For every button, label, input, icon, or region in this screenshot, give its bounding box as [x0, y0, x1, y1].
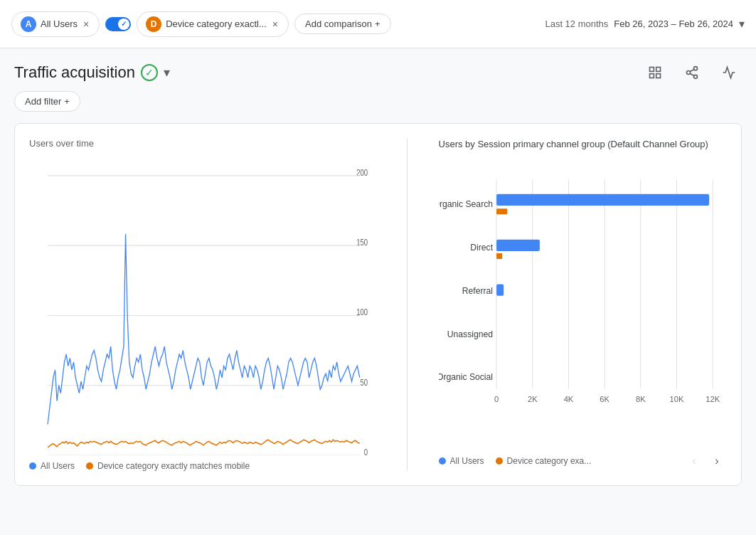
svg-rect-50 — [496, 285, 504, 296]
title-dropdown-icon[interactable]: ▾ — [164, 65, 170, 80]
svg-line-8 — [690, 69, 694, 71]
legend-item-device: Device category exactly matches mobile — [86, 461, 250, 471]
comparison-toggle[interactable]: ✓ — [105, 17, 131, 31]
svg-text:10K: 10K — [669, 395, 683, 403]
right-legend-dot-blue — [439, 457, 446, 465]
close-segment-device[interactable]: × — [271, 17, 279, 31]
checkmark-icon: ✓ — [121, 20, 127, 28]
close-segment-all-users[interactable]: × — [82, 17, 90, 31]
svg-text:50: 50 — [361, 378, 368, 387]
svg-text:6K: 6K — [600, 395, 609, 403]
svg-line-7 — [690, 73, 694, 75]
chart-type-icon[interactable] — [642, 60, 668, 85]
chevron-down-icon: ▾ — [739, 17, 745, 31]
prev-arrow-button[interactable]: ‹ — [684, 451, 704, 471]
svg-text:Organic Search: Organic Search — [439, 199, 493, 209]
segment-chip-all-users[interactable]: A All Users × — [11, 11, 100, 37]
svg-rect-2 — [650, 74, 654, 78]
svg-point-5 — [687, 71, 691, 75]
svg-text:12K: 12K — [706, 395, 720, 403]
segment-label-device: Device category exactl... — [166, 18, 267, 29]
toggle-knob: ✓ — [118, 18, 129, 30]
share-icon[interactable] — [679, 60, 705, 85]
add-filter-button[interactable]: Add filter + — [14, 91, 80, 112]
right-legend-item-device: Device category exa... — [496, 456, 592, 466]
next-arrow-button[interactable]: › — [707, 451, 727, 471]
charts-container: Users over time 0 50 100 150 200 — [14, 123, 742, 486]
main-content: Traffic acquisition ✓ ▾ — [0, 48, 756, 497]
line-chart-area: 0 50 100 150 200 01 Apr 01 Jul — [29, 160, 376, 455]
svg-text:Direct: Direct — [470, 243, 493, 253]
avatar-device: D — [146, 16, 161, 32]
svg-text:4K: 4K — [563, 395, 573, 403]
svg-point-4 — [694, 67, 698, 70]
chart-divider — [407, 138, 408, 471]
segment-label-all-users: All Users — [41, 18, 78, 29]
segment-chip-device[interactable]: D Device category exactl... × — [137, 11, 289, 37]
right-chart-title: Users by Session primary channel group (… — [439, 138, 727, 151]
page-title-area: Traffic acquisition ✓ ▾ — [14, 63, 170, 82]
status-check-icon: ✓ — [141, 64, 158, 81]
legend-label-all-users: All Users — [41, 461, 75, 471]
left-chart: Users over time 0 50 100 150 200 — [29, 138, 376, 471]
svg-text:0: 0 — [494, 395, 499, 403]
right-chart-legend: All Users Device category exa... ‹ › — [439, 451, 727, 471]
nav-arrows: ‹ › — [684, 451, 727, 471]
svg-text:Organic Social: Organic Social — [439, 373, 493, 383]
svg-rect-47 — [496, 208, 507, 214]
svg-rect-46 — [496, 194, 709, 206]
right-legend-label-all-users: All Users — [450, 456, 484, 466]
bar-chart-svg: 0 2K 4K 6K 8K 10K 12K Organic Search Dir… — [439, 159, 727, 445]
svg-point-6 — [694, 75, 698, 78]
line-chart-svg: 0 50 100 150 200 01 Apr 01 Jul — [29, 160, 376, 455]
right-legend-item-all-users: All Users — [439, 456, 484, 466]
page-title: Traffic acquisition — [14, 63, 135, 82]
right-legend-label-device: Device category exa... — [507, 456, 592, 466]
date-range-selector[interactable]: Last 12 months Feb 26, 2023 – Feb 26, 20… — [545, 17, 745, 31]
svg-text:0: 0 — [364, 447, 368, 455]
svg-rect-1 — [656, 68, 661, 72]
svg-text:2K: 2K — [528, 395, 538, 403]
right-legend-dot-orange — [496, 457, 503, 465]
svg-text:Unassigned: Unassigned — [447, 329, 492, 339]
svg-rect-0 — [650, 68, 654, 72]
toolbar-icons — [642, 60, 742, 85]
page-header: Traffic acquisition ✓ ▾ — [14, 60, 742, 85]
insights-icon[interactable] — [716, 60, 742, 85]
right-chart: Users by Session primary channel group (… — [439, 138, 727, 471]
svg-rect-48 — [496, 240, 540, 251]
legend-dot-orange — [86, 462, 93, 470]
svg-text:Referral: Referral — [462, 286, 492, 296]
avatar-all-users: A — [21, 16, 36, 32]
bar-chart-area: 0 2K 4K 6K 8K 10K 12K Organic Search Dir… — [439, 159, 727, 445]
top-bar: A All Users × ✓ D Device category exactl… — [0, 0, 756, 48]
legend-item-all-users: All Users — [29, 461, 75, 471]
svg-text:8K: 8K — [636, 395, 646, 403]
legend-label-device: Device category exactly matches mobile — [97, 461, 250, 471]
svg-rect-3 — [656, 74, 661, 78]
svg-rect-49 — [496, 253, 502, 259]
left-chart-title: Users over time — [29, 138, 376, 149]
date-range-value: Feb 26, 2023 – Feb 26, 2024 — [614, 18, 733, 29]
left-chart-legend: All Users Device category exactly matche… — [29, 461, 376, 471]
legend-dot-blue — [29, 462, 36, 470]
date-range-label: Last 12 months — [545, 18, 608, 29]
add-comparison-button[interactable]: Add comparison + — [294, 14, 391, 34]
